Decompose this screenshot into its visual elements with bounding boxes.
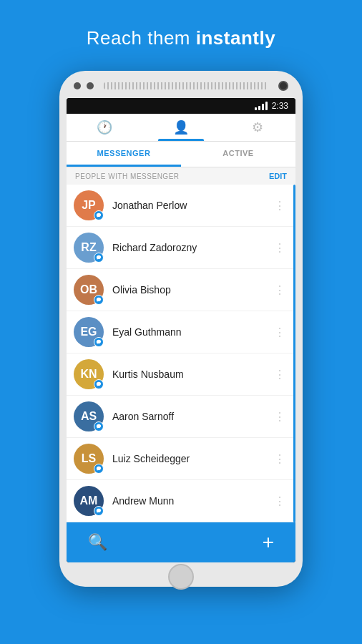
more-options-icon[interactable]: ⋮ [271,494,288,508]
phone-bottom [67,567,295,587]
contact-name: Andrew Munn [112,495,271,507]
status-time: 2:33 [272,101,288,111]
phone-cameras [74,82,94,89]
avatar-wrap: AS [74,401,104,431]
messenger-badge [94,210,104,220]
more-options-icon[interactable]: ⋮ [271,326,288,339]
more-options-icon[interactable]: ⋮ [271,241,288,255]
signal-bar-2 [258,106,260,110]
contact-item[interactable]: ASAaron Sarnoff⋮ [67,396,295,438]
signal-bar-3 [262,104,264,110]
messenger-badge [94,464,104,474]
avatar-wrap: EG [74,317,104,347]
bottom-nav: 🔍 + [67,522,295,562]
contact-item[interactable]: EGEyal Guthmann⋮ [67,311,295,353]
contact-name: Luiz Scheidegger [112,453,271,464]
contact-name: Kurtis Nusbaum [112,369,271,380]
phone-screen: 2:33 🕐 👤 ⚙ MESSENGER [67,98,295,562]
headline-prefix: Reach them [87,27,196,49]
section-label: PEOPLE WITH MESSENGER [75,172,180,180]
phone-top-bar [67,81,295,98]
contact-item[interactable]: RZRichard Zadorozny⋮ [67,227,295,269]
contact-item[interactable]: LSLuiz Scheidegger⋮ [67,438,295,480]
avatar-wrap: KN [74,359,104,389]
more-options-icon[interactable]: ⋮ [271,283,288,297]
scroll-accent [293,185,295,522]
section-header: PEOPLE WITH MESSENGER EDIT [67,167,295,185]
headline: Reach them instantly [87,27,275,49]
messenger-toggle: MESSENGER ACTIVE [67,142,295,167]
messenger-badge [94,421,104,431]
tab-recent[interactable]: 🕐 [67,119,143,141]
contact-list-container: JPJonathan Perlow⋮RZRichard Zadorozny⋮OB… [67,185,295,522]
messenger-badge [94,253,104,263]
signal-bars [255,102,268,110]
camera-dot-1 [74,82,81,89]
tab-bar: 🕐 👤 ⚙ [67,114,295,142]
more-options-icon[interactable]: ⋮ [271,199,288,213]
people-indicator [158,139,204,141]
avatar-wrap: LS [74,444,104,474]
tab-people[interactable]: 👤 [143,119,220,141]
add-button[interactable]: + [263,531,274,554]
avatar-wrap: JP [74,190,104,220]
contact-name: Aaron Sarnoff [112,411,271,422]
contact-name: Richard Zadorozny [112,242,271,253]
more-options-icon[interactable]: ⋮ [271,410,288,424]
camera-dot-2 [87,82,94,89]
messenger-badge [94,295,104,305]
settings-icon: ⚙ [252,119,263,135]
messenger-badge [94,506,104,516]
status-bar: 2:33 [67,98,295,114]
home-button[interactable] [168,564,194,590]
contact-item[interactable]: OBOlivia Bishop⋮ [67,269,295,311]
speaker-grille [104,82,268,89]
contact-list: JPJonathan Perlow⋮RZRichard Zadorozny⋮OB… [67,185,295,522]
more-options-icon[interactable]: ⋮ [271,368,288,381]
avatar-wrap: RZ [74,233,104,263]
contact-item[interactable]: JPJonathan Perlow⋮ [67,185,295,227]
contact-item[interactable]: AMAndrew Munn⋮ [67,480,295,522]
edit-button[interactable]: EDIT [269,172,287,180]
contact-item[interactable]: KNKurtis Nusbaum⋮ [67,353,295,396]
avatar-wrap: OB [74,275,104,305]
front-camera [278,81,288,91]
contact-name: Jonathan Perlow [112,200,271,211]
app-content: 🕐 👤 ⚙ MESSENGER ACTIVE PEOPLE WI [67,114,295,522]
people-icon: 👤 [173,119,189,135]
more-options-icon[interactable]: ⋮ [271,452,288,466]
avatar-wrap: AM [74,486,104,516]
signal-bar-1 [255,107,257,110]
toggle-messenger[interactable]: MESSENGER [67,142,181,167]
messenger-badge [94,337,104,347]
toggle-active[interactable]: ACTIVE [181,142,295,167]
search-button[interactable]: 🔍 [88,533,107,552]
messenger-badge [94,379,104,389]
phone-frame: 2:33 🕐 👤 ⚙ MESSENGER [59,71,303,587]
recent-icon: 🕐 [97,119,112,135]
signal-bar-4 [265,102,268,110]
contact-name: Eyal Guthmann [112,326,271,338]
tab-settings[interactable]: ⚙ [219,119,295,141]
headline-bold: instantly [196,27,275,49]
contact-name: Olivia Bishop [112,284,271,296]
